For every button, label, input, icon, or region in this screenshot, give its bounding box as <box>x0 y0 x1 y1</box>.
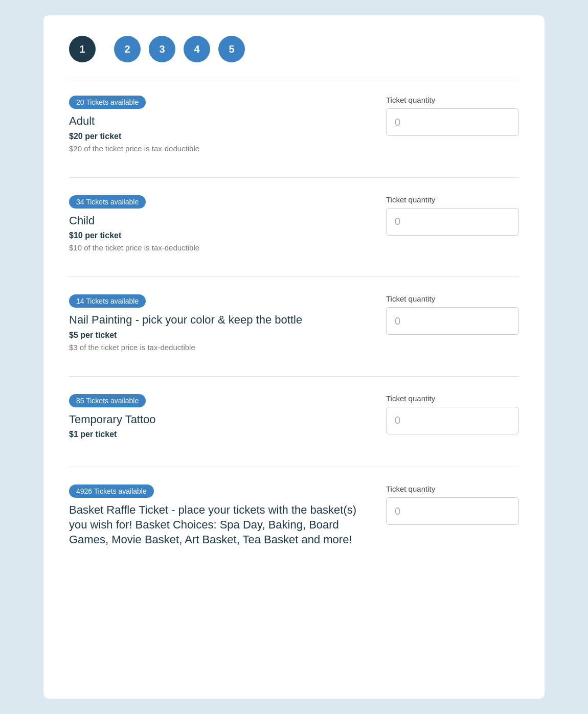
ticket-tax-0: $20 of the ticket price is tax-deductibl… <box>69 144 366 153</box>
quantity-input-4[interactable] <box>386 497 519 525</box>
ticket-quantity-col-1: Ticket quantity <box>386 195 519 236</box>
step-3-number: 3 <box>159 43 165 55</box>
step-3-circle[interactable]: 3 <box>149 36 175 62</box>
quantity-label-3: Ticket quantity <box>386 394 435 403</box>
step-2-number: 2 <box>124 43 130 55</box>
ticket-section-1: 34 Tickets availableChild$10 per ticket$… <box>69 190 519 278</box>
step-5-circle[interactable]: 5 <box>218 36 245 62</box>
ticket-quantity-col-2: Ticket quantity <box>386 294 519 335</box>
divider-2 <box>69 376 519 377</box>
quantity-input-0[interactable] <box>386 108 519 136</box>
ticket-row-3: 85 Tickets availableTemporary Tattoo$1 p… <box>69 389 519 455</box>
header-divider <box>69 78 519 78</box>
ticket-section-3: 85 Tickets availableTemporary Tattoo$1 p… <box>69 389 519 468</box>
ticket-tax-1: $10 of the ticket price is tax-deductibl… <box>69 243 366 252</box>
ticket-section-2: 14 Tickets availableNail Painting - pick… <box>69 289 519 377</box>
quantity-label-1: Ticket quantity <box>386 195 435 204</box>
step-4-circle[interactable]: 4 <box>184 36 210 62</box>
ticket-row-2: 14 Tickets availableNail Painting - pick… <box>69 289 519 364</box>
ticket-tax-2: $3 of the ticket price is tax-deductible <box>69 343 366 352</box>
ticket-price-1: $10 per ticket <box>69 231 366 240</box>
ticket-name-2: Nail Painting - pick your color & keep t… <box>69 313 366 328</box>
ticket-row-4: 4926 Tickets availableBasket Raffle Tick… <box>69 479 519 562</box>
step-2-circle[interactable]: 2 <box>114 36 141 62</box>
ticket-name-3: Temporary Tattoo <box>69 412 366 427</box>
availability-badge-0: 20 Tickets available <box>69 96 146 109</box>
availability-badge-3: 85 Tickets available <box>69 394 146 407</box>
quantity-input-1[interactable] <box>386 208 519 236</box>
ticket-price-2: $5 per ticket <box>69 331 366 340</box>
tickets-container: 20 Tickets availableAdult$20 per ticket$… <box>69 90 519 562</box>
quantity-label-4: Ticket quantity <box>386 485 435 493</box>
divider-3 <box>69 467 519 467</box>
availability-badge-4: 4926 Tickets available <box>69 485 154 498</box>
quantity-input-3[interactable] <box>386 407 519 434</box>
step-1-number: 1 <box>79 43 85 55</box>
ticket-quantity-col-3: Ticket quantity <box>386 394 519 434</box>
quantity-label-2: Ticket quantity <box>386 294 435 303</box>
ticket-row-1: 34 Tickets availableChild$10 per ticket$… <box>69 190 519 265</box>
divider-0 <box>69 177 519 178</box>
ticket-name-0: Adult <box>69 114 366 129</box>
ticket-price-0: $20 per ticket <box>69 132 366 141</box>
step-1-circle[interactable]: 1 <box>69 36 96 62</box>
step-4-number: 4 <box>194 43 199 55</box>
ticket-quantity-col-0: Ticket quantity <box>386 96 519 136</box>
ticket-price-3: $1 per ticket <box>69 430 366 439</box>
ticket-info-4: 4926 Tickets availableBasket Raffle Tick… <box>69 485 366 550</box>
ticket-info-0: 20 Tickets availableAdult$20 per ticket$… <box>69 96 366 153</box>
ticket-name-4: Basket Raffle Ticket - place your ticket… <box>69 503 366 547</box>
ticket-quantity-col-4: Ticket quantity <box>386 485 519 525</box>
ticket-section-4: 4926 Tickets availableBasket Raffle Tick… <box>69 479 519 562</box>
divider-1 <box>69 277 519 277</box>
quantity-input-2[interactable] <box>386 307 519 335</box>
page-header: 1 2 3 4 5 <box>69 36 519 62</box>
step-5-number: 5 <box>229 43 234 55</box>
ticket-section-0: 20 Tickets availableAdult$20 per ticket$… <box>69 90 519 178</box>
main-card: 1 2 3 4 5 20 Tickets availableAdult$20 p… <box>43 15 545 699</box>
availability-badge-1: 34 Tickets available <box>69 195 146 209</box>
availability-badge-2: 14 Tickets available <box>69 294 146 308</box>
ticket-name-1: Child <box>69 214 366 228</box>
ticket-info-3: 85 Tickets availableTemporary Tattoo$1 p… <box>69 394 366 443</box>
ticket-info-2: 14 Tickets availableNail Painting - pick… <box>69 294 366 352</box>
ticket-info-1: 34 Tickets availableChild$10 per ticket$… <box>69 195 366 252</box>
quantity-label-0: Ticket quantity <box>386 96 435 104</box>
ticket-row-0: 20 Tickets availableAdult$20 per ticket$… <box>69 90 519 165</box>
